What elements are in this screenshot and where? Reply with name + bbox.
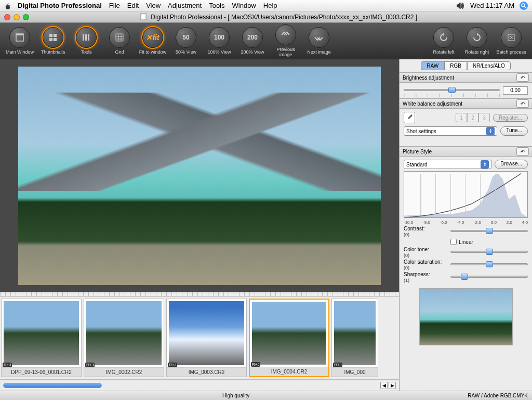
- previous-image-button[interactable]: Previous image: [271, 24, 300, 57]
- thumbnail[interactable]: R+JIMG_0002.CR2: [84, 299, 164, 377]
- menu-tools[interactable]: Tools: [209, 2, 224, 9]
- contrast-label: Contrast:: [404, 226, 425, 231]
- progress-bar: [3, 383, 102, 388]
- panel-tabs: RAW RGB NR/Lens/ALO: [400, 61, 532, 70]
- thumbnail[interactable]: R+JIMG_000: [331, 299, 378, 377]
- filmstrip-scroll[interactable]: ◀▶: [380, 382, 396, 389]
- adjustment-panel: RAW RGB NR/Lens/ALO Brightness adjustmen…: [399, 59, 532, 391]
- filmstrip: R+JDPP_09-13-06_0001.CR2 R+JIMG_0002.CR2…: [0, 292, 399, 391]
- status-right: RAW / Adobe RGB CMYK: [468, 393, 528, 398]
- thumbnail[interactable]: R+JDPP_09-13-06_0001.CR2: [1, 299, 82, 377]
- spotlight-icon[interactable]: [520, 2, 528, 10]
- svg-rect-4: [16, 34, 23, 35]
- menu-window[interactable]: Window: [232, 2, 256, 9]
- tab-rgb[interactable]: RGB: [444, 61, 467, 70]
- preview-thumbnail: [419, 288, 513, 345]
- minimize-button[interactable]: [14, 14, 20, 20]
- batch-process-button[interactable]: Batch process: [496, 27, 527, 55]
- grid-button[interactable]: Grid: [105, 27, 134, 55]
- menu-edit[interactable]: Edit: [127, 2, 139, 9]
- view-100-button[interactable]: 100100% View: [205, 27, 234, 55]
- apple-icon[interactable]: [4, 2, 11, 9]
- main-image: [18, 67, 381, 285]
- svg-rect-8: [54, 38, 57, 41]
- clock[interactable]: Wed 11:17 AM: [470, 2, 514, 9]
- brightness-slider[interactable]: |||||||||: [404, 86, 500, 95]
- tune-button[interactable]: Tune...: [500, 126, 528, 136]
- document-icon: [140, 13, 147, 20]
- picstyle-select[interactable]: Standard ▲▼: [404, 160, 491, 169]
- status-center: High quality: [4, 393, 468, 398]
- svg-rect-10: [85, 34, 87, 41]
- histogram-axis: -10.0-8.0-6.0-4.0-2.00.02.04.0: [404, 220, 528, 225]
- browse-button[interactable]: Browse...: [495, 160, 528, 169]
- wb-header: White balance adjustment ↶: [400, 98, 532, 109]
- app-name[interactable]: Digital Photo Professional: [18, 2, 102, 9]
- brightness-label: Brightness adjustment: [403, 75, 454, 81]
- wb-label: White balance adjustment: [403, 101, 462, 107]
- next-image-button[interactable]: Next image: [304, 27, 334, 55]
- tone-label: Color tone:: [404, 247, 429, 252]
- title-text: Digital Photo Professional -: [151, 14, 228, 21]
- menu-adjustment[interactable]: Adjustment: [168, 2, 202, 9]
- zoom-button[interactable]: [23, 14, 29, 20]
- filmstrip-ruler: [0, 292, 399, 296]
- menu-view[interactable]: View: [146, 2, 161, 9]
- toolbar: Main Window Thumbnails Tools Grid ✕fitFi…: [0, 23, 532, 59]
- thumbnails-button[interactable]: Thumbnails: [38, 27, 68, 55]
- histogram[interactable]: [404, 171, 528, 218]
- wb-select[interactable]: Shot settings ▲▼: [404, 126, 497, 136]
- tab-nr[interactable]: NR/Lens/ALO: [467, 61, 511, 70]
- status-bar: High quality RAW / Adobe RGB CMYK: [0, 391, 532, 400]
- image-viewer[interactable]: [0, 59, 399, 292]
- wb-preset-buttons[interactable]: 123: [456, 113, 490, 122]
- saturation-label: Color saturation:: [404, 259, 442, 265]
- contrast-slider[interactable]: [450, 227, 528, 236]
- thumbnail[interactable]: R+JIMG_0003.CR2: [166, 299, 247, 377]
- sharpness-slider[interactable]: [450, 273, 528, 282]
- title-path: [ MacOSX/Users/canon/Pictures/Photo/xxxx…: [228, 14, 417, 21]
- svg-rect-9: [83, 34, 84, 41]
- svg-rect-11: [88, 34, 89, 41]
- picstyle-label: Picture Style: [403, 149, 432, 154]
- tools-button[interactable]: Tools: [72, 27, 101, 55]
- traffic-lights: [4, 14, 29, 20]
- menu-help[interactable]: Help: [263, 2, 277, 9]
- volume-icon[interactable]: [457, 3, 465, 9]
- fit-window-button[interactable]: ✕fitFit to window: [138, 27, 167, 55]
- picstyle-header: Picture Style ↶: [400, 146, 532, 157]
- brightness-header: Brightness adjustment ↶: [400, 72, 532, 83]
- picstyle-reset-button[interactable]: ↶: [516, 147, 529, 156]
- tab-raw[interactable]: RAW: [421, 61, 444, 70]
- svg-rect-6: [54, 34, 57, 37]
- svg-rect-7: [49, 38, 52, 41]
- brightness-value[interactable]: 0.00: [503, 86, 528, 95]
- menu-file[interactable]: File: [109, 2, 120, 9]
- window-titlebar: Digital Photo Professional - [ MacOSX/Us…: [0, 11, 532, 23]
- view-50-button[interactable]: 5050% View: [171, 27, 201, 55]
- main-window-button[interactable]: Main Window: [5, 27, 34, 55]
- sharpness-label: Sharpness:: [404, 272, 430, 277]
- rotate-right-button[interactable]: Rotate right: [462, 27, 491, 55]
- linear-checkbox[interactable]: [450, 239, 457, 245]
- macos-menubar: Digital Photo Professional File Edit Vie…: [0, 0, 532, 11]
- svg-rect-5: [49, 34, 52, 37]
- register-button[interactable]: Register...: [493, 114, 528, 122]
- svg-line-1: [525, 6, 526, 8]
- svg-point-0: [522, 4, 525, 7]
- linear-label: Linear: [459, 239, 473, 245]
- tone-slider[interactable]: [450, 248, 528, 257]
- window-title: Digital Photo Professional - [ MacOSX/Us…: [29, 13, 528, 21]
- wb-reset-button[interactable]: ↶: [516, 99, 529, 108]
- eyedropper-button[interactable]: [404, 112, 415, 123]
- brightness-reset-button[interactable]: ↶: [516, 73, 529, 82]
- rotate-left-button[interactable]: Rotate left: [429, 27, 458, 55]
- saturation-slider[interactable]: [450, 260, 528, 269]
- thumbnail-selected[interactable]: R+JIMG_0004.CR2: [249, 299, 329, 377]
- close-button[interactable]: [4, 14, 10, 20]
- view-200-button[interactable]: 200200% View: [238, 27, 267, 55]
